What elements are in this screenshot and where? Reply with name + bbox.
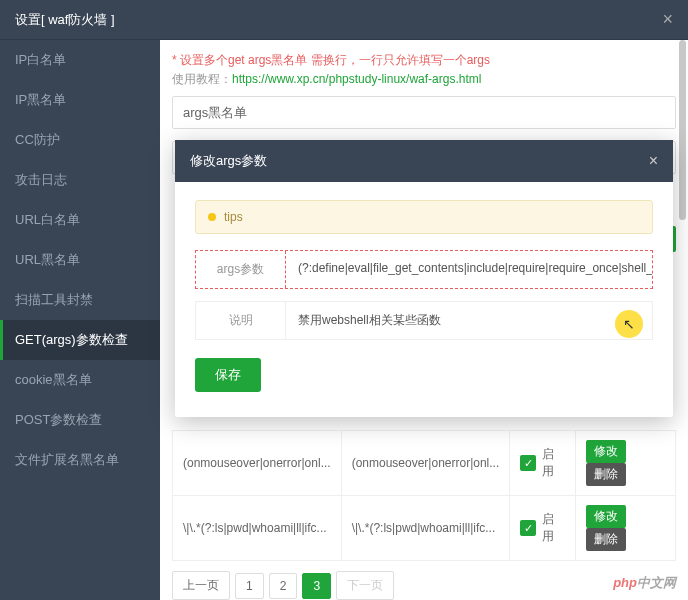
next-page-button: 下一页 bbox=[336, 571, 394, 600]
args-param-row: args参数 (?:define|eval|file_get_contents|… bbox=[195, 250, 653, 289]
rule-cell: (onmouseover|onerror|onl... bbox=[341, 431, 510, 496]
args-name-input[interactable] bbox=[172, 96, 676, 129]
sidebar-item-cookie-blacklist[interactable]: cookie黑名单 bbox=[0, 360, 160, 400]
pagination: 上一页 1 2 3 下一页 bbox=[172, 571, 676, 600]
check-icon[interactable]: ✓ bbox=[520, 455, 536, 471]
prev-page-button[interactable]: 上一页 bbox=[172, 571, 230, 600]
sidebar-item-url-whitelist[interactable]: URL白名单 bbox=[0, 200, 160, 240]
table-row: \|\.*(?:ls|pwd|whoami|ll|ifc... \|\.*(?:… bbox=[173, 496, 676, 561]
action-cell: 修改 删除 bbox=[576, 496, 676, 561]
edit-button[interactable]: 修改 bbox=[586, 505, 626, 528]
sidebar-item-ip-blacklist[interactable]: IP黑名单 bbox=[0, 80, 160, 120]
info-tutorial: 使用教程：https://www.xp.cn/phpstudy-linux/wa… bbox=[172, 71, 676, 88]
save-button[interactable]: 保存 bbox=[195, 358, 261, 392]
cursor-indicator: ↖ bbox=[615, 310, 643, 338]
page-3-button[interactable]: 3 bbox=[302, 573, 331, 599]
sidebar-item-url-blacklist[interactable]: URL黑名单 bbox=[0, 240, 160, 280]
sidebar: IP白名单 IP黑名单 CC防护 攻击日志 URL白名单 URL黑名单 扫描工具… bbox=[0, 40, 160, 600]
rules-table: (onmouseover|onerror|onl... (onmouseover… bbox=[172, 430, 676, 561]
sidebar-item-cc[interactable]: CC防护 bbox=[0, 120, 160, 160]
desc-label: 说明 bbox=[196, 302, 286, 339]
table-row: (onmouseover|onerror|onl... (onmouseover… bbox=[173, 431, 676, 496]
modal-close-icon[interactable]: × bbox=[649, 152, 658, 170]
window-header: 设置[ waf防火墙 ] × bbox=[0, 0, 688, 40]
edit-button[interactable]: 修改 bbox=[586, 440, 626, 463]
scrollbar[interactable] bbox=[679, 40, 686, 220]
check-icon[interactable]: ✓ bbox=[520, 520, 536, 536]
tutorial-link[interactable]: https://www.xp.cn/phpstudy-linux/waf-arg… bbox=[232, 72, 481, 86]
cursor-arrow-icon: ↖ bbox=[623, 316, 635, 332]
info-warning: * 设置多个get args黑名单 需换行，一行只允许填写一个args bbox=[172, 52, 676, 69]
action-cell: 修改 删除 bbox=[576, 431, 676, 496]
rule-cell: \|\.*(?:ls|pwd|whoami|ll|ifc... bbox=[173, 496, 342, 561]
watermark: php中文网 bbox=[613, 574, 676, 592]
status-cell: ✓启用 bbox=[510, 431, 576, 496]
tips-bar: tips bbox=[195, 200, 653, 234]
args-value-input[interactable]: (?:define|eval|file_get_contents|include… bbox=[286, 251, 652, 288]
page-1-button[interactable]: 1 bbox=[235, 573, 264, 599]
args-label: args参数 bbox=[196, 251, 286, 288]
close-icon[interactable]: × bbox=[662, 9, 673, 30]
delete-button[interactable]: 删除 bbox=[586, 528, 626, 551]
tips-dot-icon bbox=[208, 213, 216, 221]
modal-header: 修改args参数 × bbox=[175, 140, 673, 182]
modal-dialog: 修改args参数 × tips args参数 (?:define|eval|fi… bbox=[175, 140, 673, 417]
rule-cell: \|\.*(?:ls|pwd|whoami|ll|ifc... bbox=[341, 496, 510, 561]
window-title: 设置[ waf防火墙 ] bbox=[15, 11, 115, 29]
sidebar-item-attack-log[interactable]: 攻击日志 bbox=[0, 160, 160, 200]
sidebar-item-scan-block[interactable]: 扫描工具封禁 bbox=[0, 280, 160, 320]
sidebar-item-get-args[interactable]: GET(args)参数检查 bbox=[0, 320, 160, 360]
tips-label: tips bbox=[224, 210, 243, 224]
rule-cell: (onmouseover|onerror|onl... bbox=[173, 431, 342, 496]
modal-title: 修改args参数 bbox=[190, 152, 267, 170]
desc-value-input[interactable]: 禁用webshell相关某些函数 bbox=[286, 302, 652, 339]
sidebar-item-file-ext-blacklist[interactable]: 文件扩展名黑名单 bbox=[0, 440, 160, 480]
page-2-button[interactable]: 2 bbox=[269, 573, 298, 599]
description-row: 说明 禁用webshell相关某些函数 bbox=[195, 301, 653, 340]
sidebar-item-post-check[interactable]: POST参数检查 bbox=[0, 400, 160, 440]
sidebar-item-ip-whitelist[interactable]: IP白名单 bbox=[0, 40, 160, 80]
delete-button[interactable]: 删除 bbox=[586, 463, 626, 486]
status-cell: ✓启用 bbox=[510, 496, 576, 561]
